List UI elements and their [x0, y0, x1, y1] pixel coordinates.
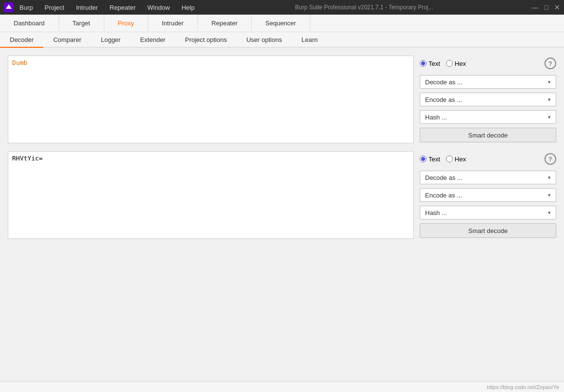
chevron-down-icon: ▾	[548, 79, 551, 85]
tab-decoder[interactable]: Decoder	[0, 32, 43, 48]
menu-burp[interactable]: Burp	[18, 3, 35, 12]
status-bar: https://blog.csdn.net/Znpan/Ye	[0, 381, 564, 392]
chevron-down-icon: ▾	[548, 210, 551, 216]
encode-as-dropdown-2[interactable]: Encode as ... ▾	[420, 188, 556, 202]
chevron-down-icon: ▾	[548, 97, 551, 103]
radio-group-2: Text Hex ?	[420, 151, 556, 167]
decode-as-dropdown-2[interactable]: Decode as ... ▾	[420, 171, 556, 184]
window-controls: — □ ✕	[532, 3, 560, 11]
tab-comparer[interactable]: Comparer	[43, 32, 91, 47]
decode-as-dropdown-1[interactable]: Decode as ... ▾	[420, 75, 556, 89]
tab-project-options[interactable]: Project options	[175, 32, 236, 47]
chevron-down-icon: ▾	[548, 192, 551, 198]
decoder-input-2[interactable]: RHVtYic=	[8, 151, 414, 239]
smart-decode-button-2[interactable]: Smart decode	[420, 223, 556, 238]
tab-learn[interactable]: Learn	[292, 32, 327, 47]
decoder-section-2: RHVtYic= Text Hex ? Decode as ... ▾ Enco…	[8, 151, 556, 239]
status-url: https://blog.csdn.net/Znpan/Ye	[487, 384, 559, 390]
menu-bar: Burp Project Intruder Repeater Window He…	[18, 3, 196, 12]
maximize-button[interactable]: □	[545, 3, 548, 11]
decoder-input-1[interactable]: Dumb	[8, 56, 414, 143]
tab-logger[interactable]: Logger	[91, 32, 130, 47]
menu-window[interactable]: Window	[145, 3, 172, 12]
menu-intruder[interactable]: Intruder	[74, 3, 100, 12]
tab-user-options[interactable]: User options	[236, 32, 292, 47]
chevron-down-icon: ▾	[548, 114, 551, 120]
menu-repeater[interactable]: Repeater	[108, 3, 137, 12]
radio-text-2[interactable]: Text	[420, 156, 440, 163]
decoder-section-1: Dumb Text Hex ? Decode as ... ▾ Encode a…	[8, 56, 556, 143]
help-button-2[interactable]: ?	[545, 153, 556, 165]
secondary-nav: Decoder Comparer Logger Extender Project…	[0, 32, 564, 48]
nav-intruder[interactable]: Intruder	[148, 15, 198, 32]
radio-text-1[interactable]: Text	[420, 60, 440, 67]
title-bar: Burp Project Intruder Repeater Window He…	[0, 0, 564, 15]
tab-extender[interactable]: Extender	[130, 32, 175, 47]
radio-group-1: Text Hex ?	[420, 56, 556, 71]
menu-help[interactable]: Help	[179, 3, 196, 12]
nav-target[interactable]: Target	[59, 15, 104, 32]
minimize-button[interactable]: —	[532, 3, 539, 11]
hash-dropdown-2[interactable]: Hash ... ▾	[420, 206, 556, 219]
decoder-controls-1: Text Hex ? Decode as ... ▾ Encode as ...…	[420, 56, 556, 142]
nav-dashboard[interactable]: Dashboard	[0, 15, 59, 32]
hash-dropdown-1[interactable]: Hash ... ▾	[420, 110, 556, 124]
nav-sequencer[interactable]: Sequencer	[252, 15, 310, 32]
radio-hex-2[interactable]: Hex	[446, 156, 466, 163]
burp-logo-icon	[4, 2, 14, 12]
help-button-1[interactable]: ?	[545, 58, 556, 69]
chevron-down-icon: ▾	[548, 175, 551, 181]
decoder-controls-2: Text Hex ? Decode as ... ▾ Encode as ...…	[420, 151, 556, 238]
main-content: Dumb Text Hex ? Decode as ... ▾ Encode a…	[0, 48, 564, 381]
nav-repeater[interactable]: Repeater	[198, 15, 252, 32]
smart-decode-button-1[interactable]: Smart decode	[420, 128, 556, 142]
menu-project[interactable]: Project	[42, 3, 66, 12]
radio-hex-1[interactable]: Hex	[446, 60, 466, 67]
close-button[interactable]: ✕	[554, 3, 560, 11]
app-title: Burp Suite Professional v2021.7.1 - Temp…	[196, 4, 531, 11]
encode-as-dropdown-1[interactable]: Encode as ... ▾	[420, 93, 556, 106]
svg-marker-0	[6, 4, 12, 9]
primary-nav: Dashboard Target Proxy Intruder Repeater…	[0, 15, 564, 32]
nav-proxy[interactable]: Proxy	[104, 15, 148, 32]
